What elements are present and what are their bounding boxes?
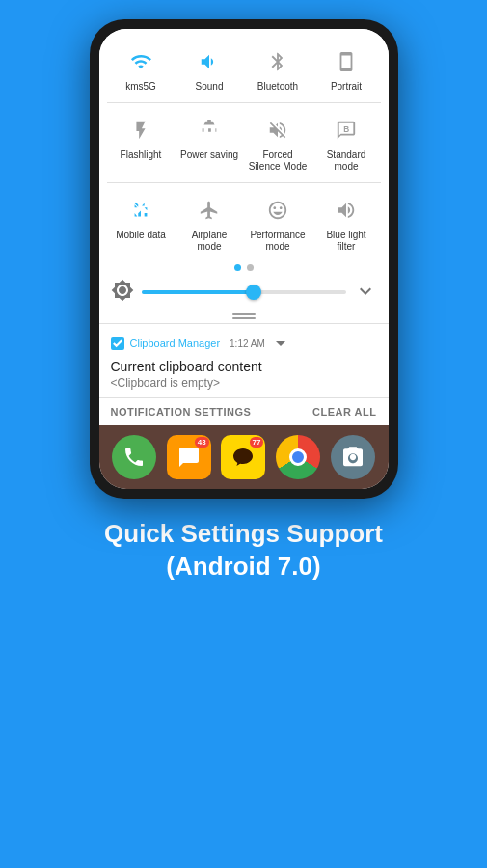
qs-item-blue-light[interactable]: Blue light filter xyxy=(312,189,380,257)
phone-dock: 43 77 xyxy=(99,425,389,489)
svg-text:B: B xyxy=(343,125,349,134)
qs-item-mobile-data[interactable]: Mobile data xyxy=(107,189,175,257)
footer-line1: Quick Settings Support xyxy=(104,518,383,551)
qs-item-standard-mode[interactable]: B Standard mode xyxy=(312,109,380,176)
quick-settings-panel: kms5G Sound xyxy=(99,29,389,323)
bottom-text: Quick Settings Support (Android 7.0) xyxy=(104,518,383,583)
qs-label-flashlight: Flashlight xyxy=(121,149,162,161)
notif-checkbox[interactable] xyxy=(111,337,124,350)
brightness-slider[interactable] xyxy=(142,290,346,294)
qs-item-flashlight[interactable]: Flashlight xyxy=(107,109,175,176)
dot-2 xyxy=(247,264,254,271)
qs-item-forced-silence[interactable]: Forced Silence Mode xyxy=(244,109,311,176)
notif-actions: NOTIFICATION SETTINGS CLEAR ALL xyxy=(99,397,389,425)
message-badge: 43 xyxy=(195,437,209,448)
forced-silence-icon xyxy=(260,113,295,148)
notif-time: 1:12 AM xyxy=(230,339,265,349)
dock-phone-icon[interactable] xyxy=(112,435,156,479)
dock-kakao-icon[interactable]: 77 xyxy=(221,435,265,479)
bluetooth-icon xyxy=(260,44,295,79)
qs-item-performance[interactable]: Performance mode xyxy=(244,189,311,257)
qs-label-bluetooth: Bluetooth xyxy=(257,81,298,93)
dock-message-icon[interactable]: 43 xyxy=(167,435,211,479)
flashlight-icon xyxy=(123,113,158,148)
hamburger-menu xyxy=(99,310,389,323)
kakao-badge: 77 xyxy=(250,437,264,448)
expand-icon[interactable] xyxy=(354,280,377,306)
notif-body: <Clipboard is empty> xyxy=(111,376,377,390)
notif-title: Current clipboard content xyxy=(111,359,377,374)
qs-item-sound[interactable]: Sound xyxy=(176,41,243,96)
brightness-icon xyxy=(111,279,134,306)
dock-chrome-icon[interactable] xyxy=(276,435,320,479)
qs-label-forced-silence: Forced Silence Mode xyxy=(248,149,308,173)
qs-label-mobile-data: Mobile data xyxy=(116,230,166,241)
portrait-icon xyxy=(329,44,364,79)
clear-all-button[interactable]: CLEAR ALL xyxy=(312,406,376,418)
notif-app-name: Clipboard Manager xyxy=(130,338,221,349)
qs-label-sound: Sound xyxy=(196,81,224,93)
qs-row-1: kms5G Sound xyxy=(99,37,389,100)
slider-thumb xyxy=(246,285,261,300)
qs-item-airplane[interactable]: Airplane mode xyxy=(176,189,243,257)
notif-header: Clipboard Manager 1:12 AM xyxy=(111,332,377,355)
ham-line-2 xyxy=(232,317,256,319)
sound-icon xyxy=(192,44,227,79)
qs-label-wifi: kms5G xyxy=(125,81,156,93)
divider-2 xyxy=(107,182,381,183)
performance-icon xyxy=(260,193,295,228)
brightness-row xyxy=(99,275,389,310)
power-saving-icon xyxy=(192,113,227,148)
qs-row-2: Flashlight Power saving xyxy=(99,105,389,180)
mobile-data-icon xyxy=(123,193,158,228)
ham-line-1 xyxy=(232,313,256,315)
qs-item-bluetooth[interactable]: Bluetooth xyxy=(244,41,311,96)
phone-screen: kms5G Sound xyxy=(99,29,389,489)
qs-label-portrait: Portrait xyxy=(331,81,362,93)
standard-mode-icon: B xyxy=(329,113,364,148)
wifi-icon xyxy=(123,44,158,79)
qs-item-portrait[interactable]: Portrait xyxy=(312,41,380,96)
pagination xyxy=(99,260,389,275)
dock-camera-icon[interactable] xyxy=(331,435,375,479)
qs-label-standard-mode: Standard mode xyxy=(316,149,376,173)
notification-panel: Clipboard Manager 1:12 AM Current clipbo… xyxy=(99,323,389,397)
slider-fill xyxy=(142,290,255,294)
notification-settings-button[interactable]: NOTIFICATION SETTINGS xyxy=(111,406,252,418)
footer-line2: (Android 7.0) xyxy=(104,551,383,583)
qs-item-power-saving[interactable]: Power saving xyxy=(176,109,243,176)
divider-1 xyxy=(107,102,381,103)
phone-container: kms5G Sound xyxy=(90,19,398,499)
phone-frame: kms5G Sound xyxy=(90,19,398,499)
qs-row-3: Mobile data Airplane mode xyxy=(99,185,389,260)
qs-label-airplane: Airplane mode xyxy=(179,230,239,253)
qs-label-blue-light: Blue light filter xyxy=(316,230,376,253)
qs-item-wifi[interactable]: kms5G xyxy=(107,41,175,96)
qs-label-power-saving: Power saving xyxy=(180,149,238,161)
blue-light-icon xyxy=(329,193,364,228)
airplane-icon xyxy=(192,193,227,228)
dot-1 xyxy=(234,264,241,271)
qs-label-performance: Performance mode xyxy=(248,230,308,253)
